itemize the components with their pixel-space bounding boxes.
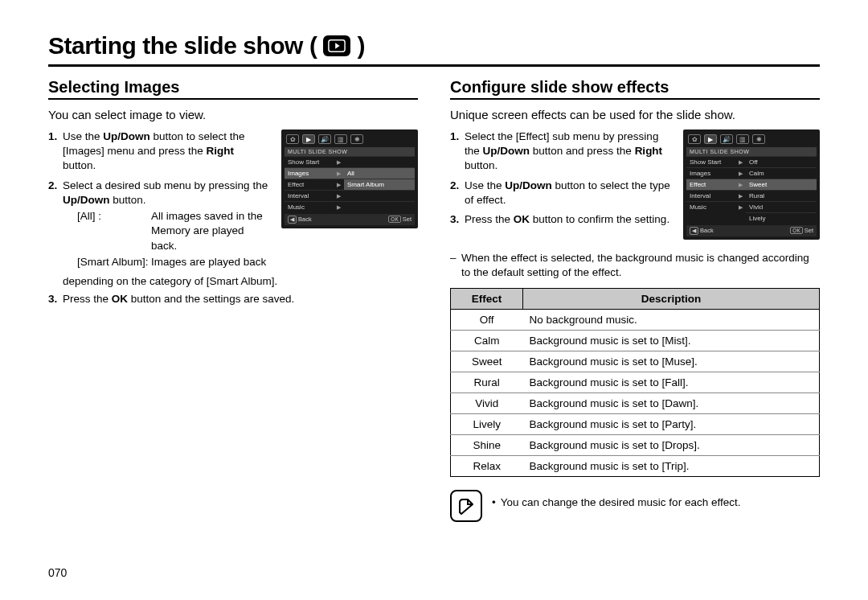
table-row: ShineBackground music is set to [Drops]. [451, 435, 820, 456]
col-selecting-images: Selecting Images You can select image to… [48, 73, 418, 522]
effects-table: Effect Description OffNo background musi… [450, 288, 820, 477]
lcd-left-row-2: Effect▶Smart Album [285, 179, 415, 190]
def-smart-album-cont: depending on the category of [Smart Albu… [63, 274, 418, 289]
lcd-left: ✿ ▶ 🔊 ▥ ✺ MULTI SLIDE SHOW Show Start▶ I… [281, 129, 418, 228]
table-row: CalmBackground music is set to [Mist]. [451, 331, 820, 351]
heading-selecting-images: Selecting Images [48, 78, 418, 97]
tip-text: You can change the desired music for eac… [492, 496, 740, 508]
lcd-right-row-0: Show Start▶Off [686, 156, 817, 167]
table-row: VividBackground music is set to [Dawn]. [451, 393, 820, 414]
def-all: [All] : All images saved in the Memory a… [77, 209, 270, 253]
lcd-right-row-3: Interval▶Rural [686, 190, 817, 201]
title-text: Starting the slide show [48, 32, 303, 60]
def-smart-album: [Smart Album]: Images are played back [77, 255, 270, 269]
lcd-left-title: MULTI SLIDE SHOW [285, 147, 415, 156]
lcd-tab-sound-icon: 🔊 [318, 134, 331, 144]
svg-marker-1 [336, 43, 341, 48]
step-left-2: Select a desired sub menu by pressing th… [48, 179, 270, 269]
lcd-left-row-1: Images▶All [285, 167, 415, 179]
steps-right: Select the [Effect] sub menu by pressing… [450, 129, 672, 227]
title-paren-close: ) [357, 32, 365, 60]
lcd-tab-play-icon: ▶ [704, 134, 717, 144]
lcd-tab-display-icon: ▥ [334, 134, 347, 144]
note-icon [450, 490, 482, 522]
th-effect: Effect [451, 289, 523, 310]
lcd-right-row-4: Music▶Vivid [686, 201, 817, 212]
step-right-2: Use the Up/Down button to select the typ… [450, 179, 672, 208]
heading-configure-effects: Configure slide show effects [450, 78, 820, 97]
lcd-tab-camera-icon: ✿ [688, 134, 701, 144]
lcd-tab-play-icon: ▶ [302, 134, 315, 144]
table-row: SweetBackground music is set to [Muse]. [451, 351, 820, 372]
lcd-right: ✿ ▶ 🔊 ▥ ✺ MULTI SLIDE SHOW Show Start▶Of… [683, 129, 820, 240]
heading-rule-left [48, 98, 418, 100]
lcd-tab-camera-icon: ✿ [286, 134, 299, 144]
intro-right: Unique screen effects can be used for th… [450, 108, 820, 121]
table-row: RelaxBackground music is set to [Trip]. [451, 456, 820, 477]
heading-rule-right [450, 98, 820, 100]
title-rule [48, 64, 820, 67]
lcd-right-row-extra: Lively [686, 212, 817, 224]
step-right-3: Press the OK button to confirm the setti… [450, 212, 672, 227]
lcd-left-row-4: Music▶ [285, 201, 415, 212]
intro-left: You can select image to view. [48, 108, 418, 121]
lcd-tab-settings-icon: ✺ [350, 134, 363, 144]
th-description: Description [523, 289, 820, 310]
lcd-right-tabs: ✿ ▶ 🔊 ▥ ✺ [686, 133, 817, 147]
lcd-left-tabs: ✿ ▶ 🔊 ▥ ✺ [285, 133, 415, 147]
step-left-1: Use the Up/Down button to select the [Im… [48, 129, 270, 174]
slideshow-icon [323, 35, 350, 56]
title-paren-open: ( [309, 32, 317, 60]
steps-left: Use the Up/Down button to select the [Im… [48, 129, 270, 269]
lcd-left-footer: ◀Back OKSet [285, 214, 415, 225]
col-configure-effects: Configure slide show effects Unique scre… [450, 73, 820, 522]
step-left-3: Press the OK button and the settings are… [48, 292, 418, 306]
table-row: LivelyBackground music is set to [Party]… [451, 414, 820, 435]
step-right-1: Select the [Effect] sub menu by pressing… [450, 129, 672, 174]
lcd-right-row-2: Effect▶Sweet [686, 179, 817, 190]
lcd-tab-settings-icon: ✺ [752, 134, 765, 144]
lcd-right-title: MULTI SLIDE SHOW [686, 147, 817, 156]
table-row: RuralBackground music is set to [Fall]. [451, 372, 820, 393]
tip-box: You can change the desired music for eac… [450, 490, 820, 522]
lcd-left-row-3: Interval▶ [285, 190, 415, 201]
lcd-right-row-1: Images▶Calm [686, 167, 817, 179]
note-effect-music: – When the effect is selected, the backg… [450, 251, 820, 280]
lcd-left-row-0: Show Start▶ [285, 156, 415, 167]
lcd-right-footer: ◀Back OKSet [686, 225, 817, 236]
page-number: 070 [48, 566, 67, 579]
table-row: OffNo background music. [451, 310, 820, 331]
page-title: Starting the slide show ( ) [48, 32, 820, 60]
lcd-tab-sound-icon: 🔊 [720, 134, 733, 144]
lcd-tab-display-icon: ▥ [736, 134, 749, 144]
